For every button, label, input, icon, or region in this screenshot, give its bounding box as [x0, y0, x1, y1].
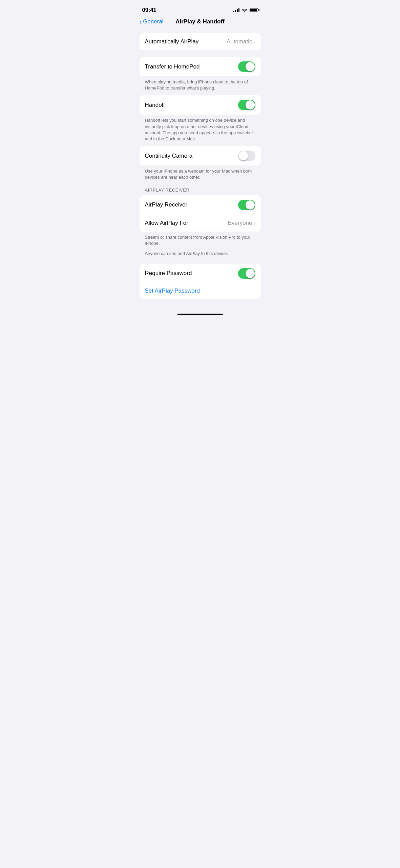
- allow-airplay-for-label: Allow AirPlay For: [145, 220, 188, 226]
- transfer-homepod-toggle[interactable]: [238, 61, 255, 72]
- automatically-airplay-value-group: Automatic ›: [227, 38, 255, 45]
- home-bar: [177, 314, 223, 315]
- set-airplay-password-label: Set AirPlay Password: [145, 288, 200, 294]
- automatically-airplay-card: Automatically AirPlay Automatic ›: [140, 33, 261, 50]
- allow-airplay-for-value: Everyone: [228, 220, 252, 226]
- set-airplay-password-row[interactable]: Set AirPlay Password: [140, 283, 261, 299]
- continuity-camera-label: Continuity Camera: [145, 153, 193, 159]
- continuity-camera-toggle[interactable]: [238, 151, 255, 161]
- airplay-receiver-card: AirPlay Receiver Allow AirPlay For Every…: [140, 195, 261, 232]
- airplay-receiver-desc2: Anyone can see and AirPlay to this devic…: [140, 251, 261, 261]
- airplay-auto-chevron-icon: ›: [254, 39, 255, 45]
- transfer-homepod-thumb: [246, 62, 255, 71]
- nav-bar: ‹ General AirPlay & Handoff: [134, 18, 266, 31]
- transfer-homepod-row[interactable]: Transfer to HomePod: [140, 57, 261, 76]
- require-password-label: Require Password: [145, 270, 192, 277]
- continuity-camera-card: Continuity Camera: [140, 146, 261, 165]
- handoff-thumb: [246, 100, 255, 110]
- require-password-thumb: [246, 269, 255, 278]
- signal-icon: [233, 8, 239, 12]
- settings-content: Automatically AirPlay Automatic › Transf…: [134, 31, 266, 301]
- airplay-receiver-label: AirPlay Receiver: [145, 201, 188, 208]
- continuity-camera-row[interactable]: Continuity Camera: [140, 146, 261, 165]
- status-bar: 09:41: [134, 0, 266, 18]
- allow-airplay-for-row[interactable]: Allow AirPlay For Everyone ›: [140, 215, 261, 232]
- continuity-camera-thumb: [239, 151, 248, 160]
- airplay-receiver-thumb: [246, 200, 255, 210]
- page-title: AirPlay & Handoff: [175, 18, 225, 25]
- home-indicator: [134, 308, 266, 318]
- transfer-homepod-label: Transfer to HomePod: [145, 63, 200, 70]
- airplay-receiver-section-header: AIRPLAY RECEIVER: [140, 188, 261, 195]
- automatically-airplay-row[interactable]: Automatically AirPlay Automatic ›: [140, 33, 261, 50]
- handoff-card: Handoff: [140, 95, 261, 115]
- handoff-toggle[interactable]: [238, 100, 255, 110]
- status-time: 09:41: [142, 7, 156, 14]
- continuity-camera-description: Use your iPhone as a webcam for your Mac…: [140, 165, 261, 184]
- battery-icon: [250, 8, 258, 12]
- back-chevron-icon: ‹: [140, 18, 142, 25]
- wifi-icon: [242, 8, 247, 12]
- handoff-row[interactable]: Handoff: [140, 95, 261, 115]
- airplay-receiver-desc1: Stream or share content from Apple Visio…: [140, 232, 261, 251]
- allow-airplay-for-chevron-icon: ›: [254, 220, 255, 226]
- automatically-airplay-label: Automatically AirPlay: [145, 38, 199, 45]
- back-label: General: [143, 18, 163, 25]
- airplay-receiver-toggle[interactable]: [238, 200, 255, 210]
- automatically-airplay-value: Automatic: [227, 38, 252, 45]
- back-button[interactable]: ‹ General: [140, 18, 164, 25]
- require-password-row[interactable]: Require Password: [140, 264, 261, 283]
- transfer-homepod-card: Transfer to HomePod: [140, 57, 261, 76]
- require-password-toggle[interactable]: [238, 268, 255, 279]
- handoff-label: Handoff: [145, 102, 165, 108]
- airplay-receiver-row[interactable]: AirPlay Receiver: [140, 195, 261, 215]
- password-card: Require Password Set AirPlay Password: [140, 264, 261, 299]
- status-icons: [233, 8, 258, 12]
- allow-airplay-for-value-group: Everyone ›: [228, 220, 255, 226]
- handoff-description: Handoff lets you start something on one …: [140, 115, 261, 146]
- transfer-homepod-description: When playing media, bring iPhone close t…: [140, 76, 261, 95]
